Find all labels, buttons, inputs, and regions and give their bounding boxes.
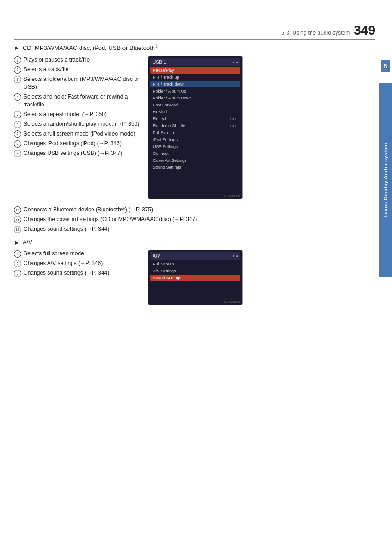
- list-item-12: 12 Changes sound settings (→P. 344): [14, 225, 374, 233]
- list-item-4: 4 Selects and hold: Fast-forward or rewi…: [14, 93, 143, 109]
- av-item-1-text: Selects full screen mode: [24, 250, 143, 258]
- num-10: 10: [14, 206, 21, 214]
- usb-menu-fast-forward: Fast Forward: [150, 102, 240, 108]
- av-section-content: 1 Selects full screen mode 2 Changes A/V…: [14, 250, 374, 305]
- av-section: ► A/V 1 Selects full screen mode 2 Chang…: [14, 239, 374, 305]
- list-item-8: 8 Changes iPod settings (iPod) (→P. 346): [14, 140, 143, 148]
- num-12: 12: [14, 226, 21, 233]
- num-2: 2: [14, 66, 21, 74]
- usb-menu-full-screen: Full Screen: [150, 130, 240, 136]
- num-9: 9: [14, 150, 21, 157]
- num-4: 4: [14, 93, 21, 101]
- section-title: 5-3. Using the audio system: [282, 30, 350, 36]
- usb-menu-file-track-up: File / Track up: [150, 74, 240, 80]
- av-screen-title: A/V: [153, 253, 160, 259]
- av-list-item-3: 3 Changes sound settings (→P. 344): [14, 269, 143, 277]
- num-11: 11: [14, 216, 21, 223]
- usb-screen-header: USB 1 ● ●: [150, 58, 240, 66]
- num-3: 3: [14, 76, 21, 83]
- list-item-9: 9 Changes USB settings (USB) (→P. 347): [14, 149, 143, 157]
- header-rule: [14, 39, 375, 40]
- av-section-header: ► A/V: [14, 239, 374, 246]
- av-list-item-2: 2 Changes A/V settings (→P. 346): [14, 259, 143, 267]
- usb-screenshot-col: USB 1 ● ● Pause/Play File / Track up Fil…: [148, 56, 374, 199]
- list-item-1: 1 Plays or pauses a track/file: [14, 56, 143, 64]
- item-4-text: Selects and hold: Fast-forward or rewind…: [24, 93, 143, 109]
- av-menu-av-settings: A/V Settings: [150, 268, 240, 274]
- page-header: 5-3. Using the audio system 349: [282, 24, 375, 37]
- usb-menu-cover-art: Cover Art Settings: [150, 157, 240, 164]
- list-item-2: 2 Selects a track/file: [14, 66, 143, 74]
- cd-section-content: 1 Plays or pauses a track/file 2 Selects…: [14, 56, 374, 199]
- list-item-7: 7 Selects a full screen mode (iPod video…: [14, 130, 143, 138]
- list-item-11: 11 Changes the cover art settings (CD or…: [14, 216, 374, 223]
- page-number: 349: [354, 24, 375, 37]
- usb-menu-file-track-down: File / Track down: [150, 81, 240, 87]
- usb-menu-pause-play: Pause/Play: [150, 67, 240, 74]
- av-list-col: 1 Selects full screen mode 2 Changes A/V…: [14, 250, 143, 305]
- num-7: 7: [14, 130, 21, 138]
- usb-screenshot: USB 1 ● ● Pause/Play File / Track up Fil…: [148, 56, 243, 199]
- av-list-item-1: 1 Selects full screen mode: [14, 250, 143, 258]
- usb-menu-usb-settings: USB Settings: [150, 143, 240, 150]
- num-1: 1: [14, 56, 21, 64]
- av-screen-icons: ● ●: [233, 254, 238, 258]
- item-9-text: Changes USB settings (USB) (→P. 347): [24, 149, 143, 157]
- num-5: 5: [14, 111, 21, 118]
- av-screenshot-col: A/V ● ● Full Screen A/V Settings Sound S…: [148, 250, 374, 305]
- cd-section-title: CD, MP3/WMA/AAC disc, iPod, USB or Bluet…: [23, 44, 158, 51]
- item-10-text: Connects a Bluetooth device (Bluetooth®)…: [24, 206, 374, 214]
- num-8: 8: [14, 140, 21, 148]
- page-container: Lexus Display Audio system 5 5-3. Using …: [0, 0, 392, 555]
- av-menu-sound-settings: Sound Settings: [150, 275, 240, 281]
- usb-screenshot-footer: CONA2037: [224, 194, 240, 197]
- usb-menu-rewind: Rewind: [150, 109, 240, 115]
- cd-list-col: 1 Plays or pauses a track/file 2 Selects…: [14, 56, 143, 199]
- usb-menu-folder-album-up: Folder / Album Up: [150, 88, 240, 94]
- list-item-3: 3 Selects a folder/album (MP3/WMA/AAC di…: [14, 75, 143, 91]
- main-content: ► CD, MP3/WMA/AAC disc, iPod, USB or Blu…: [14, 44, 374, 536]
- usb-menu-repeat: Repeat OFF: [150, 116, 240, 122]
- item-3-text: Selects a folder/album (MP3/WMA/AAC disc…: [24, 75, 143, 91]
- av-num-3: 3: [14, 270, 21, 277]
- list-item-6: 6 Selects a random/shuffle play mode. (→…: [14, 120, 143, 128]
- bullet-arrow-cd: ►: [14, 44, 20, 51]
- av-section-title: A/V: [23, 239, 32, 246]
- usb-menu-ipod-settings: iPod Settings: [150, 136, 240, 143]
- side-tab-label: Lexus Display Audio system: [383, 143, 388, 218]
- usb-screen-icons: ● ●: [233, 60, 238, 64]
- cd-section-header: ► CD, MP3/WMA/AAC disc, iPod, USB or Blu…: [14, 44, 374, 51]
- av-item-3-text: Changes sound settings (→P. 344): [24, 269, 143, 277]
- item-2-text: Selects a track/file: [24, 66, 143, 74]
- usb-menu-connect: Connect: [150, 150, 240, 157]
- side-tab: Lexus Display Audio system: [379, 83, 392, 278]
- item-1-text: Plays or pauses a track/file: [24, 56, 143, 64]
- item-6-text: Selects a random/shuffle play mode. (→P.…: [24, 120, 143, 128]
- av-screenshot-footer: CONA2038: [224, 300, 240, 303]
- av-screen-header: A/V ● ●: [150, 252, 240, 260]
- section-number-box: 5: [381, 60, 390, 72]
- av-screenshot: A/V ● ● Full Screen A/V Settings Sound S…: [148, 250, 243, 305]
- usb-menu-folder-album-down: Folder / Album Down: [150, 95, 240, 101]
- item-5-text: Selects a repeat mode. (→P. 350): [24, 111, 143, 118]
- item-12-text: Changes sound settings (→P. 344): [24, 225, 374, 233]
- item-8-text: Changes iPod settings (iPod) (→P. 346): [24, 140, 143, 148]
- num-6: 6: [14, 121, 21, 128]
- av-num-2: 2: [14, 260, 21, 267]
- av-num-1: 1: [14, 250, 21, 258]
- item-11-text: Changes the cover art settings (CD or MP…: [24, 216, 374, 223]
- usb-menu-random-shuffle: Random / Shuffle OFF: [150, 123, 240, 129]
- av-item-2-text: Changes A/V settings (→P. 346): [24, 259, 143, 267]
- usb-screen-title: USB 1: [153, 60, 166, 65]
- av-menu-full-screen: Full Screen: [150, 261, 240, 267]
- bullet-arrow-av: ►: [14, 239, 20, 246]
- list-item-10: 10 Connects a Bluetooth device (Bluetoot…: [14, 206, 374, 214]
- usb-menu-sound-settings: Sound Settings: [150, 164, 240, 171]
- list-item-5: 5 Selects a repeat mode. (→P. 350): [14, 111, 143, 118]
- item-7-text: Selects a full screen mode (iPod video m…: [24, 130, 143, 138]
